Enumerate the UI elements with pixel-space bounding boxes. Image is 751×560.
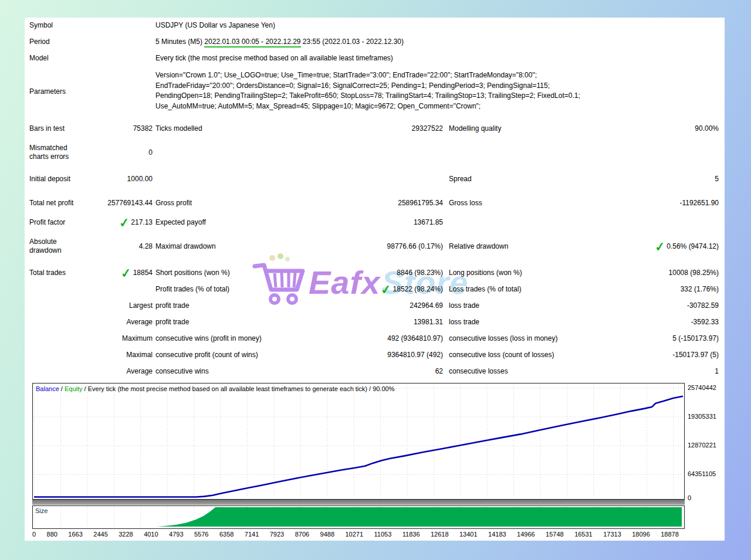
avg-consecutive-row: Average consecutive wins62 consecutive l… bbox=[29, 367, 719, 376]
model-row: Model Every tick (the most precise metho… bbox=[29, 54, 719, 63]
chart-header: Balance / Equity / Every tick (the most … bbox=[36, 385, 394, 392]
avg-consec-wins-label: consecutive wins bbox=[155, 367, 209, 376]
long-positions-value: 10008 (98.25%) bbox=[669, 269, 719, 277]
check-icon: ✓ bbox=[381, 286, 392, 293]
bars-in-test-value: 75382 bbox=[133, 124, 153, 133]
page-background: Eafx Store Symbol USDJPY (US Dollar vs J… bbox=[0, 0, 751, 560]
gross-loss-label: Gross loss bbox=[449, 199, 482, 208]
x-axis-tick: 14183 bbox=[488, 531, 506, 538]
period-suffix: 23:55 (2022.01.03 - 2022.12.30) bbox=[301, 38, 404, 46]
balance-chart-canvas bbox=[33, 383, 684, 499]
deposit-row: Initial deposit1000.00 Spread5 bbox=[29, 175, 719, 184]
legend-equity: Equity bbox=[65, 385, 83, 392]
largest-loss-value: -30782.59 bbox=[687, 301, 719, 310]
profit-trades-label: Profit trades (% of total) bbox=[155, 285, 229, 294]
largest-profit-label: profit trade bbox=[155, 301, 189, 310]
legend-separator: / bbox=[59, 385, 65, 392]
strategy-tester-report: Eafx Store Symbol USDJPY (US Dollar vs J… bbox=[25, 18, 725, 541]
maximal-row: Maximal consecutive profit (count of win… bbox=[29, 351, 719, 359]
short-positions-value: 8846 (98.23%) bbox=[397, 269, 443, 277]
x-axis-tick: 3228 bbox=[119, 531, 133, 538]
x-axis-tick: 15748 bbox=[546, 531, 564, 538]
average-loss-label: loss trade bbox=[449, 318, 479, 327]
check-icon: ✓ bbox=[121, 270, 132, 277]
symbol-label: Symbol bbox=[29, 21, 153, 30]
x-axis-tick: 7923 bbox=[270, 531, 284, 538]
x-axis-tick: 14966 bbox=[517, 531, 535, 538]
x-axis-tick: 4793 bbox=[169, 531, 183, 538]
maximal-profit-value: 9364810.97 (492) bbox=[387, 351, 443, 359]
avg-consec-losses-label: consecutive losses bbox=[449, 367, 508, 376]
lot-size-canvas bbox=[33, 506, 683, 527]
x-axis-tick: 5576 bbox=[194, 531, 208, 538]
maximum-losses-value: 5 (-150173.97) bbox=[672, 334, 719, 343]
period-label: Period bbox=[29, 38, 153, 46]
x-axis-tick: 17313 bbox=[603, 531, 621, 538]
maximum-label: Maximum bbox=[122, 334, 153, 343]
x-axis-tick: 13401 bbox=[459, 531, 478, 538]
parameters-row: Parameters Version="Crown 1.0"; Use_LOGO… bbox=[29, 70, 719, 111]
average-profit-label: profit trade bbox=[155, 318, 189, 327]
net-profit-row: Total net profit257769143.44 Gross profi… bbox=[29, 191, 719, 215]
short-positions-label: Short positions (won %) bbox=[155, 269, 230, 277]
x-axis-ticks: 0880166324453228401047935576635871417923… bbox=[32, 531, 679, 538]
maximal-loss-label: consecutive loss (count of losses) bbox=[449, 351, 554, 359]
maximum-wins-label: consecutive wins (profit in money) bbox=[155, 334, 262, 343]
legend-balance: Balance bbox=[36, 385, 59, 392]
x-axis-tick: 18096 bbox=[632, 531, 650, 538]
x-axis-tick: 1663 bbox=[68, 531, 82, 538]
largest-loss-label: loss trade bbox=[449, 301, 479, 310]
loss-trades-value: 332 (1.76%) bbox=[681, 285, 719, 294]
symbol-value: USDJPY (US Dollar vs Japanese Yen) bbox=[153, 21, 719, 30]
mismatched-row: Mismatched charts errors0 bbox=[29, 141, 719, 164]
x-axis-tick: 11053 bbox=[374, 531, 392, 538]
avg-consec-wins-value: 62 bbox=[435, 367, 443, 376]
spread-value: 5 bbox=[715, 175, 719, 184]
ticks-modelled-value: 29327522 bbox=[412, 124, 443, 133]
largest-label: Largest bbox=[129, 301, 153, 310]
relative-drawdown-label: Relative drawdown bbox=[449, 242, 508, 251]
maximum-losses-label: consecutive losses (loss in money) bbox=[449, 334, 557, 343]
mismatched-value: 0 bbox=[148, 148, 153, 157]
x-axis-tick: 10271 bbox=[346, 531, 364, 538]
relative-drawdown-value: 0.56% (9474.12) bbox=[667, 242, 719, 250]
largest-profit-value: 242964.69 bbox=[410, 301, 443, 310]
expected-payoff-value: 13671.85 bbox=[414, 218, 443, 227]
profit-factor-row: Profit factor✓217.13 Expected payoff1367… bbox=[29, 218, 719, 227]
mismatched-label: Mismatched charts errors bbox=[29, 144, 85, 161]
chart-splitter bbox=[32, 500, 685, 505]
average-profit-value: 13981.31 bbox=[414, 318, 443, 327]
x-axis-tick: 7141 bbox=[245, 531, 259, 538]
parameters-label: Parameters bbox=[29, 70, 153, 111]
x-axis-tick: 12618 bbox=[431, 531, 449, 538]
absolute-drawdown-label: Absolute drawdown bbox=[29, 237, 85, 255]
maximal-loss-value: -150173.97 (5) bbox=[672, 351, 719, 359]
initial-deposit-value: 1000.00 bbox=[127, 175, 153, 184]
parameters-value: Version="Crown 1.0"; Use_LOGO=true; Use_… bbox=[153, 70, 719, 111]
profit-factor-value: 217.13 bbox=[131, 218, 153, 226]
maximal-label: Maximal bbox=[126, 351, 153, 359]
average-row: Average profit trade13981.31 loss trade-… bbox=[29, 318, 719, 327]
model-value: Every tick (the most precise method base… bbox=[153, 54, 719, 63]
x-axis-tick: 11836 bbox=[402, 531, 420, 538]
gross-profit-label: Gross profit bbox=[155, 199, 192, 208]
x-axis-tick: 4010 bbox=[144, 531, 158, 538]
initial-deposit-label: Initial deposit bbox=[29, 175, 85, 184]
ticks-modelled-label: Ticks modelled bbox=[155, 124, 202, 133]
maximal-drawdown-label: Maximal drawdown bbox=[155, 242, 216, 251]
model-label: Model bbox=[29, 54, 153, 63]
y-axis-tick: 25740442 bbox=[688, 384, 716, 391]
x-axis-tick: 0 bbox=[32, 531, 36, 538]
spread-label: Spread bbox=[449, 175, 472, 184]
drawdown-row: Absolute drawdown4.28 Maximal drawdown98… bbox=[29, 235, 719, 258]
modelling-quality-value: 90.00% bbox=[695, 124, 719, 133]
maximal-profit-label: consecutive profit (count of wins) bbox=[155, 351, 258, 359]
y-axis-tick: 12870221 bbox=[688, 442, 716, 449]
check-icon: ✓ bbox=[119, 219, 130, 226]
x-axis-tick: 8706 bbox=[295, 531, 309, 538]
maximum-wins-value: 492 (9364810.97) bbox=[387, 334, 443, 343]
bars-in-test-label: Bars in test bbox=[29, 124, 85, 133]
gross-profit-value: 258961795.34 bbox=[398, 199, 443, 208]
loss-trades-label: Loss trades (% of total) bbox=[449, 285, 521, 294]
total-trades-value: 18854 bbox=[133, 269, 153, 277]
